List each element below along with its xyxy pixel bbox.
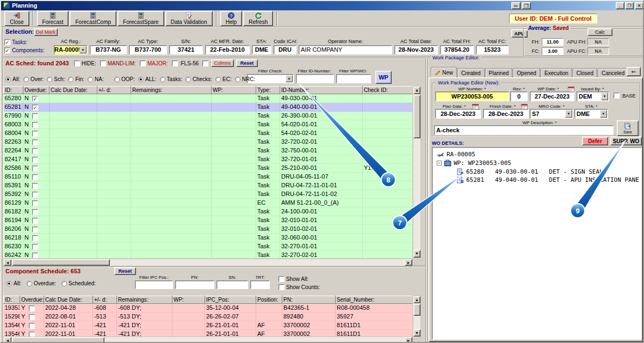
ac-reg-combo[interactable]: RA-00005▼ [54,45,88,54]
component-row[interactable]: 19353Y2022-04-28-608-608 DY;35-12-00-04B… [4,304,413,313]
checkbox[interactable] [32,200,38,206]
refresh-button[interactable]: Refresh [243,11,273,26]
colmns-button[interactable]: Colmns [211,59,234,67]
checkbox[interactable] [172,60,178,66]
radio[interactable] [114,77,120,82]
supp-wo-button[interactable]: SUPP. WO [610,137,642,145]
radio-oop[interactable]: OOP: [114,76,135,82]
mro-code-combo[interactable]: S7▼ [530,109,573,119]
tree-node-aircraft[interactable]: RA-00005 [437,151,475,158]
collapse-icon[interactable]: − [437,161,442,166]
radio[interactable] [23,77,29,82]
column-header[interactable]: Remainings: [131,87,212,94]
checkbox[interactable] [100,60,106,66]
checkbox[interactable] [32,235,38,241]
radio-scheduled[interactable]: Scheduled: [61,280,96,286]
ac-sched-row[interactable]: 65280N✓Task49-030-00-01 [4,94,413,103]
checkbox[interactable] [202,60,208,66]
column-header[interactable]: +/- d: [93,296,117,304]
base-checkbox[interactable]: :BASE [614,93,636,99]
checkbox[interactable] [32,174,38,180]
column-header[interactable]: +/- d: [97,87,131,94]
checkbox[interactable] [32,253,38,258]
checkbox[interactable] [278,284,284,290]
radio-all[interactable]: ALL: [138,76,157,82]
radio[interactable] [88,77,93,82]
checkbox[interactable] [32,131,38,137]
hide-checkbox[interactable]: HIDE: [74,60,96,66]
radio[interactable] [138,77,144,82]
radio[interactable] [61,281,67,286]
ac-sched-row[interactable]: 82264NTask32-750-00-01 [4,146,413,155]
radio-fin[interactable]: Fin: [68,76,84,82]
scroll-right-icon[interactable]: ► [405,259,412,266]
ac-sched-row[interactable]: 65281N✓Task49-040-00-01 [4,103,413,112]
column-header[interactable]: Overdue: [23,87,49,94]
tree-node-task[interactable]: 65280 49-030-00-01 DET - SIGN SEAL [456,168,603,175]
wp-button[interactable]: WP [375,71,392,84]
radio-nrc[interactable]: NRC: [235,76,255,82]
del-mark-button[interactable]: Del Mark [34,28,58,36]
radio[interactable] [7,281,12,286]
forecastcomp-button[interactable]: ForecastComp [70,11,116,26]
radio-checks[interactable]: Checks: [185,76,212,82]
checkbox[interactable] [32,122,38,128]
dropdown-arrow-icon[interactable]: ▼ [601,93,608,100]
radio[interactable] [215,77,221,82]
dropdown-arrow-icon[interactable]: ▼ [79,46,86,53]
ac-sched-row[interactable]: 86206NTask32-010-02-01 [4,225,413,234]
ac-sched-row[interactable]: 86230NTask32-270-01-01 [4,242,413,251]
ac-sched-row[interactable]: 86129NECAMM 51-21-00_0_(A) [4,199,413,207]
column-header[interactable]: Calc Due Date: [49,87,97,94]
ac-sched-row[interactable]: 82417NTask32-720-01-01 [4,155,413,164]
filter-ipc-input[interactable] [135,280,173,289]
defer-button[interactable]: Defer [582,137,608,145]
forecast-button[interactable]: Forecast [37,11,69,26]
ac-sched-row[interactable]: 68004NTask54-020-02-01 [4,129,413,138]
ac-sched-row[interactable]: 85110NTaskDRU-04-05-11-07 [4,173,413,181]
column-header[interactable]: WP: [212,87,256,94]
component-vscrollbar[interactable]: ▲ ▼ [413,296,421,337]
radio-all[interactable]: All: [5,76,20,82]
column-header[interactable]: Position: [256,296,282,304]
tab-closed[interactable]: Closed [573,68,597,77]
scroll-left-icon[interactable]: ◄ [4,337,11,343]
tab-execution[interactable]: Execution [541,68,572,77]
maximize-button[interactable]: ❐ [625,2,634,9]
checkbox[interactable] [32,192,38,198]
scroll-up-icon[interactable]: ▲ [413,296,420,303]
tab-planned[interactable]: Planned [485,68,513,77]
checkbox[interactable] [29,323,35,329]
checkbox[interactable] [32,148,38,154]
radio[interactable] [47,77,52,82]
window-layout-icon[interactable]: ❒ [522,2,531,9]
component-hscrollbar[interactable]: ◄ ► [3,336,413,343]
scroll-down-icon[interactable]: ▼ [413,329,420,336]
column-header[interactable]: ID-Number: [280,87,363,94]
scissors-icon[interactable]: ✂ [511,2,521,9]
close-window-button[interactable]: ✕ [635,2,643,9]
scroll-left-icon[interactable]: ◄ [4,259,11,266]
filter-id-input[interactable] [296,74,334,83]
checkbox[interactable] [32,244,38,250]
checkbox[interactable] [32,183,38,189]
scroll-up-icon[interactable]: ▲ [413,87,420,94]
show-all-checkbox[interactable]: Show All: [278,276,308,282]
radio[interactable] [235,77,240,82]
plan-date-field[interactable]: 28-Dec-2023 [435,109,481,119]
checkbox[interactable] [32,166,38,171]
checkbox[interactable] [32,157,38,163]
major-checkbox[interactable]: MAJOR: [140,60,168,66]
column-header[interactable]: Overdue: [20,296,44,304]
checkbox[interactable] [32,113,38,119]
scroll-down-icon[interactable]: ▼ [413,250,420,258]
checkbox[interactable] [278,276,284,282]
checkbox[interactable] [32,139,38,145]
ac-sched-row[interactable]: 86242NTask32-270-02-01 [4,251,413,259]
ac-sched-row[interactable]: 86182NTask24-100-00-01 [4,207,413,216]
wp-number-field[interactable]: WP230053-005 [435,91,509,101]
tasks-checkbox[interactable]: ✓Tasks: [4,39,44,45]
forecastspare-button[interactable]: ForecastSpare [117,11,164,26]
radio-sch[interactable]: Sch: [47,76,65,82]
tab-new[interactable]: New [431,67,457,77]
